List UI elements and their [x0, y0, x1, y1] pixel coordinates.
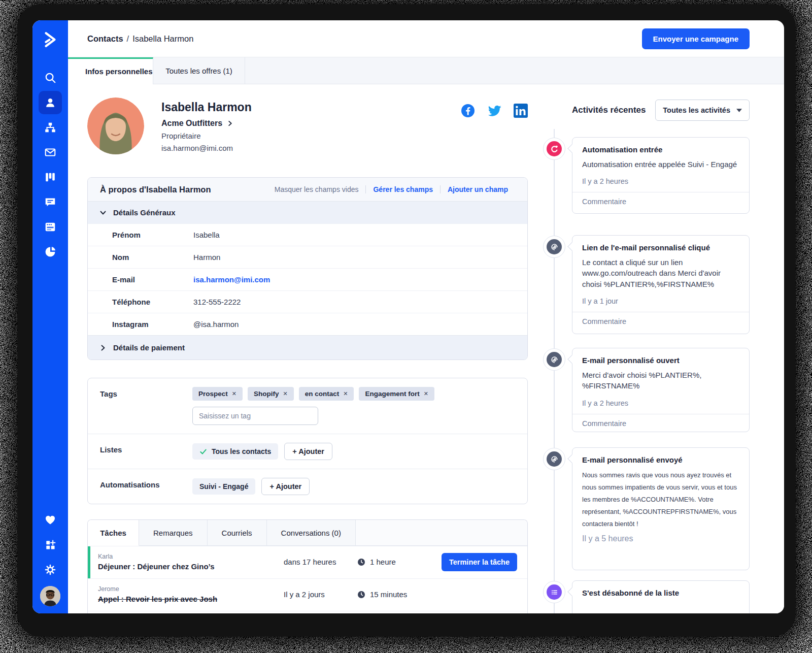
about-title: À propos d'Isabella Harmon — [100, 185, 267, 194]
lists-area: Tous les contacts + Ajouter — [192, 443, 332, 460]
remove-tag-icon[interactable]: ✕ — [283, 390, 288, 397]
field-label: E-mail — [112, 275, 193, 284]
hide-empty-fields-link[interactable]: Masquer les champs vides — [267, 185, 366, 193]
contact-company-link[interactable]: Acme Outfitters — [161, 119, 252, 128]
tab-personal-info[interactable]: Infos personnelles — [68, 57, 153, 84]
activities-filter-dropdown[interactable]: Toutes les activités — [655, 100, 750, 121]
field-label: Instagram — [112, 320, 193, 329]
activity-title: Lien de l'e-mail personnalisé cliqué — [582, 243, 739, 252]
activity-card: E-mail personnalisé envoyé Nous sommes r… — [572, 447, 750, 570]
sidebar-item-contacts[interactable] — [39, 91, 62, 114]
tags-row: Tags Prospect✕ Shopify✕ en contact✕ Enga… — [88, 378, 527, 434]
clock-icon — [357, 591, 365, 599]
add-list-button[interactable]: + Ajouter — [284, 443, 332, 460]
organize-card: Tags Prospect✕ Shopify✕ en contact✕ Enga… — [87, 378, 528, 504]
tag-pill[interactable]: Shopify✕ — [248, 387, 294, 401]
add-automation-button[interactable]: + Ajouter — [261, 478, 310, 495]
activity-badge — [543, 581, 565, 603]
tab-conversations[interactable]: Conversations (0) — [267, 520, 356, 545]
task-row-partial: Karla — [88, 611, 527, 613]
personalized-email-icon — [547, 451, 562, 467]
left-column: Isabella Harmon Acme Outfitters Propriét… — [87, 84, 528, 613]
activecampaign-logo-icon[interactable] — [39, 28, 61, 51]
activity-badge — [543, 448, 565, 470]
task-title-completed: Appel : Revoir les prix avec Josh — [98, 595, 284, 603]
task-title: Déjeuner : Déjeuner chez Gino’s — [98, 562, 284, 571]
tag-pill[interactable]: Engagement fort✕ — [359, 387, 434, 401]
lists-row: Listes Tous les contacts + Ajouter — [88, 434, 527, 469]
send-campaign-button[interactable]: Envoyer une campagne — [642, 28, 750, 49]
list-pill[interactable]: Tous les contacts — [192, 443, 278, 460]
search-icon[interactable] — [39, 66, 62, 89]
tab-all-deals[interactable]: Toutes les offres (1) — [153, 57, 245, 84]
section-payment-details[interactable]: Détails de paiement — [88, 335, 527, 360]
field-label: Téléphone — [112, 298, 193, 306]
field-value: @isa.harmon — [193, 320, 239, 329]
sidebar-item-deals[interactable] — [39, 166, 62, 189]
sidebar-item-automations[interactable] — [39, 116, 62, 139]
sidebar-item-forms[interactable] — [39, 215, 62, 239]
clock-icon — [357, 558, 365, 566]
field-value: 312-555-2222 — [193, 298, 241, 306]
facebook-icon[interactable] — [461, 104, 475, 120]
contact-company: Acme Outfitters — [161, 119, 222, 128]
tab-emails[interactable]: Courriels — [208, 520, 267, 545]
field-row-phone: Téléphone 312-555-2222 — [88, 290, 527, 313]
automation-pill[interactable]: Suivi - Engagé — [192, 478, 255, 495]
tag-label: Engagement fort — [365, 390, 419, 398]
main-area: Contacts/Isabella Harmon Envoyer une cam… — [68, 20, 784, 613]
app-window: Contacts/Isabella Harmon Envoyer une cam… — [32, 20, 784, 613]
tags-area: Prospect✕ Shopify✕ en contact✕ Engagemen… — [192, 387, 434, 425]
activity-badge — [543, 138, 565, 160]
tag-pill[interactable]: en contact✕ — [299, 387, 354, 401]
comment-link[interactable]: Commentaire — [572, 414, 749, 433]
field-value-email-link[interactable]: isa.harmon@imi.com — [193, 275, 270, 284]
section-general-details[interactable]: Détails Généraux — [88, 201, 527, 223]
activity-body: Merci d'avoir choisi %PLANTIER%, %FIRSTN… — [582, 370, 739, 391]
user-avatar[interactable] — [40, 586, 60, 606]
manage-fields-link[interactable]: Gérer les champs — [365, 185, 440, 193]
field-row-instagram: Instagram @isa.harmon — [88, 313, 527, 335]
add-field-link[interactable]: Ajouter un champ — [440, 185, 515, 193]
remove-tag-icon[interactable]: ✕ — [343, 390, 348, 397]
complete-task-button[interactable]: Terminer la tâche — [442, 553, 517, 571]
tab-tasks[interactable]: Tâches — [88, 520, 139, 546]
remove-tag-icon[interactable]: ✕ — [424, 390, 428, 397]
breadcrumb-contacts[interactable]: Contacts — [87, 34, 123, 43]
linkedin-icon[interactable] — [514, 104, 528, 120]
apps-icon[interactable] — [39, 533, 62, 557]
favorites-heart-icon[interactable] — [39, 508, 62, 532]
field-value: Harmon — [193, 253, 220, 262]
comment-link[interactable]: Commentaire — [572, 192, 749, 211]
about-card-header: À propos d'Isabella Harmon Masquer les c… — [88, 178, 527, 201]
tag-input[interactable] — [192, 407, 318, 425]
activity-time: Il y a 2 heures — [582, 177, 739, 185]
sidebar-item-reports[interactable] — [39, 240, 62, 264]
breadcrumb-current: Isabella Harmon — [132, 34, 193, 43]
activity-badge — [543, 348, 565, 371]
contact-info: Isabella Harmon Acme Outfitters Propriét… — [161, 97, 252, 165]
sidebar-item-conversations[interactable] — [39, 190, 62, 214]
comment-link[interactable]: Commentaire — [572, 312, 749, 331]
activity-time: Il y a 1 jour — [582, 297, 739, 305]
activity-card: S'est désabonné de la liste — [572, 580, 750, 613]
chevron-right-icon — [100, 345, 106, 351]
remove-tag-icon[interactable]: ✕ — [232, 390, 236, 397]
sidebar-item-campaigns[interactable] — [39, 141, 62, 164]
task-action: Terminer la tâche — [441, 553, 517, 571]
tab-notes[interactable]: Remarques — [139, 520, 208, 545]
tag-pill[interactable]: Prospect✕ — [192, 387, 243, 401]
task-main: Karla Déjeuner : Déjeuner chez Gino’s — [98, 553, 284, 571]
twitter-icon[interactable] — [486, 104, 502, 120]
automation-entered-icon — [547, 141, 562, 156]
task-main: Jerome Appel : Revoir les prix avec Josh — [98, 585, 284, 603]
lists-label: Listes — [100, 443, 192, 460]
task-duration: 15 minutes — [357, 590, 441, 599]
section-general-label: Détails Généraux — [113, 208, 176, 217]
task-duration-label: 15 minutes — [370, 590, 407, 599]
settings-gear-icon[interactable] — [39, 558, 62, 581]
field-row-email: E-mail isa.harmon@imi.com — [88, 268, 527, 290]
contact-email: isa.harmon@imi.com — [161, 144, 252, 152]
activity-body: Le contact a cliqué sur un lien www.go.c… — [582, 257, 739, 289]
activity-card: Lien de l'e-mail personnalisé cliqué Le … — [572, 235, 750, 334]
